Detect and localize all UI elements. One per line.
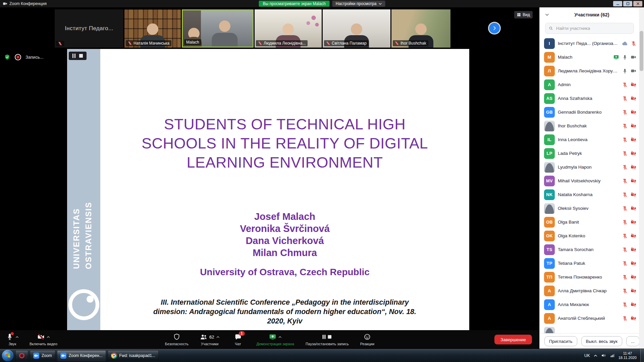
mic-off-icon[interactable] [622,288,628,294]
participant-row[interactable]: AAdmin [540,78,639,92]
mic-off-icon[interactable] [622,123,628,129]
cam-off-icon[interactable] [631,164,636,170]
cam-off-icon[interactable] [631,205,636,211]
share-green-icon[interactable] [613,54,619,60]
clock[interactable]: 11:47 18.11.2020 [619,351,637,360]
mic-off-icon[interactable] [622,275,628,280]
caret-up-icon[interactable] [15,336,19,338]
participant-row[interactable]: AАлла Дмитрівна Січкар [540,284,639,298]
cam-off-icon[interactable] [631,288,636,294]
close-button[interactable] [633,1,642,6]
view-layout-button[interactable]: Вид [514,11,533,18]
start-button[interactable] [2,350,13,361]
mic-off-icon[interactable] [631,41,636,46]
participant-row[interactable]: OKOlga Kotenko [540,229,639,243]
pause-recording-icon[interactable] [72,54,75,58]
cam-icon[interactable] [631,68,636,74]
toolbar-reactions-button[interactable]: Реакции [360,333,375,346]
toolbar-share-button[interactable]: Демонстрация экрана [256,333,294,346]
cam-off-icon[interactable] [631,260,636,266]
video-tile-1[interactable]: Інститут Педаго... [55,9,123,48]
search-participant-input[interactable] [555,25,630,31]
video-tile-5[interactable]: Світлана Паламар [323,9,390,48]
mic-icon[interactable] [622,55,628,60]
participant-row[interactable]: GBGennadii Bondarenko [540,105,639,119]
participant-row[interactable]: TSTamara Sorochan [540,243,639,256]
mic-off-icon[interactable] [622,178,628,184]
invite-button[interactable]: Пригласить [544,336,577,346]
video-tile-4[interactable]: Людмила Леонідівна... [255,9,322,48]
mic-off-icon[interactable] [622,316,628,321]
video-tile-3[interactable]: Malach [182,9,254,48]
participant-row[interactable]: ІІнститут Педа... (Организатор, я) [540,37,639,50]
stop-recording-icon[interactable] [79,54,83,58]
participant-row[interactable] [540,325,639,333]
minimize-button[interactable] [613,1,622,6]
cam-off-icon[interactable] [631,150,636,156]
cam-off-icon[interactable] [631,302,636,307]
toolbar-record-button[interactable]: Пауза/остановить запись [306,333,349,346]
cam-off-icon[interactable] [631,247,636,252]
mic-off-icon[interactable] [622,151,628,156]
participant-row[interactable]: OBOlga Banit [540,215,639,229]
participant-row[interactable]: Oleksii Sysoiev [540,201,639,215]
video-tile-2[interactable]: Наталія Мачинська [124,9,181,48]
toolbar-participants-button[interactable]: 62Участники [200,333,219,346]
cam-off-icon[interactable] [631,315,636,321]
cam-off-icon[interactable] [631,178,636,184]
toolbar-audio-button[interactable]: Звук [5,333,19,346]
collapse-panel-icon[interactable] [545,13,549,16]
mic-icon[interactable] [622,68,628,74]
mic-off-icon[interactable] [622,206,628,211]
taskbar-button-zoom-meeting[interactable]: Zoom Конферен... [57,350,106,361]
participant-row[interactable]: ТПТетяна Пономаренко [540,270,639,284]
taskbar-button-opera[interactable] [15,350,28,361]
next-participants-page-button[interactable] [489,23,500,34]
participant-row[interactable]: TPTetiana Patuk [540,256,639,270]
language-indicator[interactable]: UK [584,353,590,358]
cam-off-icon[interactable] [631,274,636,280]
mic-off-icon[interactable] [622,220,628,225]
mic-off-icon[interactable] [622,192,628,197]
mic-off-icon[interactable] [622,96,628,101]
cam-off-icon[interactable] [631,219,636,225]
caret-up-icon[interactable] [278,336,282,338]
mic-off-icon[interactable] [622,110,628,115]
participant-row[interactable]: Lyudmyla Hapon [540,160,639,174]
mic-off-icon[interactable] [622,302,628,307]
panel-scrollbar[interactable] [639,7,644,349]
show-desktop-button[interactable] [640,349,644,362]
cam-off-icon[interactable] [631,96,636,101]
participant-row[interactable]: MVMihail Voitsekhovskiy [540,174,639,188]
participant-row[interactable]: AАлла Михалюк [540,298,639,311]
mic-off-icon[interactable] [622,261,628,266]
participant-row[interactable]: AАнатолій Стеблецький [540,311,639,325]
caret-up-icon[interactable] [216,336,219,338]
network-icon[interactable] [610,353,615,358]
volume-icon[interactable] [601,353,606,358]
scrollbar-thumb[interactable] [640,31,643,71]
toolbar-video-button[interactable]: Включить видео [30,333,57,346]
taskbar-button-chrome-mail[interactable]: Fwd: isaakpapad1... [108,350,159,361]
cam-off-icon[interactable] [631,137,636,142]
cam-icon[interactable] [631,54,636,60]
mic-off-icon[interactable] [622,233,628,239]
mic-off-icon[interactable] [622,247,628,252]
participant-row[interactable]: Ihor Bushchak [540,119,639,133]
mute-all-button[interactable]: Выкл. весь звук [581,336,622,346]
maximize-button[interactable] [623,1,632,6]
toolbar-chat-button[interactable]: 1Чат [231,333,245,346]
cam-off-icon[interactable] [631,82,636,87]
taskbar-button-zoom[interactable]: Zoom [30,350,55,361]
cam-off-icon[interactable] [631,192,636,197]
recording-pause-stop-control[interactable] [69,52,87,60]
mic-off-icon[interactable] [622,137,628,142]
participant-row[interactable]: LPLada Petryk [540,146,639,160]
participant-row[interactable]: ЛЛюдмила Леонідівна Хоружа (... [540,64,639,78]
video-tile-6[interactable]: Ihor Bushchak [391,9,450,48]
mic-off-icon[interactable] [622,165,628,170]
cam-off-icon[interactable] [631,233,636,239]
participant-row[interactable]: MMalach [540,50,639,64]
toolbar-security-button[interactable]: Безопасность [165,333,189,346]
cloud-icon[interactable] [622,41,628,47]
